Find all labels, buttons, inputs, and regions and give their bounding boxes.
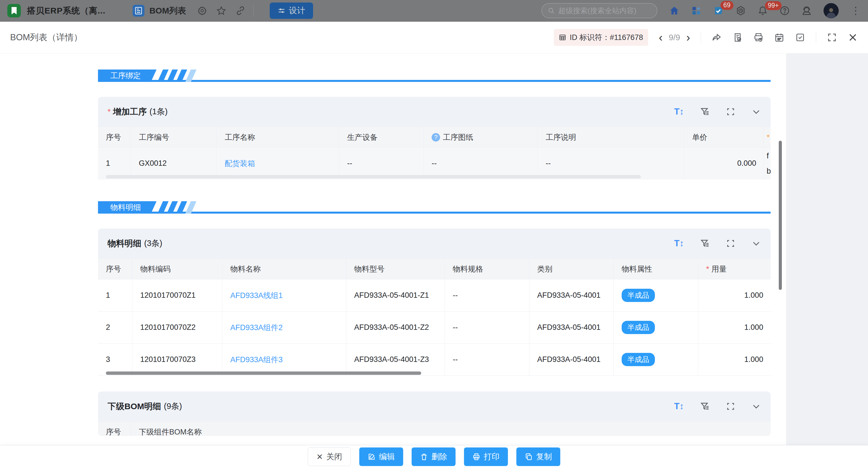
detail-body: 工序绑定 * 增加工序 (1条) T↕ xyxy=(0,54,868,468)
process-banner-label: 工序绑定 xyxy=(98,69,157,82)
global-search[interactable] xyxy=(541,3,657,18)
delete-button[interactable]: 删除 xyxy=(412,447,456,466)
banner-stripe xyxy=(167,69,178,82)
filter-icon[interactable] xyxy=(700,402,710,411)
process-table: 序号 工序编号 工序名称 生产设备 ? 工序图纸 工序说明 单价 * 1 GX0… xyxy=(98,127,771,179)
process-panel: * 增加工序 (1条) T↕ 序号 工序 xyxy=(98,97,771,183)
copy-button[interactable]: 复制 xyxy=(516,447,560,466)
edit-button[interactable]: 编辑 xyxy=(359,447,403,466)
text-size-icon[interactable]: T↕ xyxy=(674,238,684,248)
cell-model: AFD933A-05-4001-Z3 xyxy=(346,344,445,376)
log-shield-icon[interactable] xyxy=(733,32,743,42)
printer-icon xyxy=(472,453,480,461)
material-name-link[interactable]: AFD933A线组1 xyxy=(230,291,283,301)
design-label: 设计 xyxy=(289,5,305,16)
print-button[interactable]: 打印 xyxy=(464,447,508,466)
expand-icon[interactable] xyxy=(726,402,735,411)
chevron-down-icon[interactable] xyxy=(751,239,761,248)
cell-attr: 半成品 xyxy=(614,279,698,311)
design-button[interactable]: 设计 xyxy=(270,3,313,19)
col-header: 物料型号 xyxy=(346,259,445,279)
close-button[interactable]: ✕ 关闭 xyxy=(308,447,351,466)
next-record-icon[interactable]: › xyxy=(686,32,690,43)
app-logo[interactable] xyxy=(7,4,21,18)
action-bar: ✕ 关闭 编辑 删除 打印 复制 xyxy=(0,445,868,468)
horizontal-scrollbar[interactable] xyxy=(106,175,641,178)
edit-icon xyxy=(368,453,376,461)
record-pager: ‹ 9/9 › xyxy=(659,32,690,43)
expand-icon[interactable] xyxy=(726,239,735,248)
process-name-link[interactable]: 配货装箱 xyxy=(225,159,255,169)
star-icon[interactable] xyxy=(217,6,226,15)
fullscreen-icon[interactable] xyxy=(827,32,837,42)
expand-icon[interactable] xyxy=(726,107,735,116)
vertical-scrollbar[interactable] xyxy=(779,141,782,290)
banner-stripe xyxy=(157,69,168,82)
cell-seq: 2 xyxy=(98,311,132,344)
col-header: 下级组件BOM名称 xyxy=(131,422,771,436)
gear-icon[interactable] xyxy=(197,6,207,15)
apps-grid-icon[interactable] xyxy=(691,6,701,16)
required-mark: * xyxy=(107,107,111,116)
col-header: 物料名称 xyxy=(222,259,346,279)
truncated-text: f xyxy=(767,148,771,164)
divider xyxy=(816,32,816,43)
calendar-icon[interactable] xyxy=(774,32,784,42)
bookmark-icon xyxy=(11,7,17,14)
material-name-link[interactable]: AFD933A组件2 xyxy=(230,323,283,333)
close-icon[interactable] xyxy=(848,32,858,42)
col-header-qty: *用量 xyxy=(698,259,771,279)
cell-material-code: 12010170070Z3 xyxy=(132,344,222,376)
cell-category: AFD933A-05-4001 xyxy=(529,279,614,311)
cell-category: AFD933A-05-4001 xyxy=(529,344,614,376)
filter-icon[interactable] xyxy=(700,239,710,248)
tab-bom-list[interactable]: BOM列表 xyxy=(133,5,186,16)
chevron-down-icon[interactable] xyxy=(751,107,761,116)
sub-bom-panel: 下级BOM明细 (9条) T↕ 序号 下级组件BOM名称 xyxy=(98,392,771,436)
cell-material-code: 12010170070Z1 xyxy=(132,279,222,311)
banner-underline xyxy=(98,212,771,213)
link-icon[interactable] xyxy=(236,6,245,15)
text-size-icon[interactable]: T↕ xyxy=(674,401,684,411)
cell-truncated: fb xyxy=(764,148,771,179)
attr-badge: 半成品 xyxy=(622,353,655,366)
sub-bom-table: 序号 下级组件BOM名称 xyxy=(98,421,771,436)
user-avatar[interactable] xyxy=(824,3,839,18)
cell-desc: -- xyxy=(538,148,684,179)
cell-qty: 1.000 xyxy=(698,279,771,311)
record-id-badge[interactable]: ID 标识符：#1167678 xyxy=(554,29,648,46)
home-icon[interactable] xyxy=(669,6,679,16)
text-size-icon[interactable]: T↕ xyxy=(674,107,684,117)
material-table: 序号 物料编码 物料名称 物料型号 物料规格 类别 物料属性 *用量 1 120… xyxy=(98,258,771,376)
share-icon[interactable] xyxy=(712,32,722,42)
material-name-link[interactable]: AFD933A组件3 xyxy=(230,355,283,365)
banner-stripe xyxy=(167,201,178,213)
chevron-down-icon[interactable] xyxy=(751,402,761,411)
process-panel-header: * 增加工序 (1条) T↕ xyxy=(98,97,771,127)
prev-record-icon[interactable]: ‹ xyxy=(659,32,662,43)
notifications-bell-icon[interactable]: 99+ xyxy=(757,6,768,16)
cell-category: AFD933A-05-4001 xyxy=(529,311,614,344)
support-headset-icon[interactable] xyxy=(802,6,812,16)
tasks-icon[interactable]: 69 xyxy=(713,5,724,16)
cell-seq: 1 xyxy=(98,148,131,179)
page-background xyxy=(786,54,868,446)
approval-hexagon-icon[interactable] xyxy=(736,6,746,16)
col-header: 工序名称 xyxy=(217,127,339,148)
table-icon xyxy=(559,34,566,41)
help-tooltip-icon[interactable]: ? xyxy=(432,133,440,141)
cell-drawing: -- xyxy=(424,148,538,179)
col-header-label: 用量 xyxy=(711,264,727,274)
top-app-bar: 搭贝ERP系统（离... BOM列表 设计 xyxy=(0,0,868,22)
filter-icon[interactable] xyxy=(700,107,710,116)
col-header-truncated: * xyxy=(764,127,771,148)
tab-label: BOM列表 xyxy=(150,5,186,16)
print-history-icon[interactable] xyxy=(753,32,764,42)
search-input[interactable] xyxy=(558,6,648,15)
horizontal-scrollbar[interactable] xyxy=(106,371,421,375)
trash-icon xyxy=(420,453,428,461)
more-menu-icon[interactable]: ⋮ xyxy=(850,8,861,14)
print-label: 打印 xyxy=(484,452,499,462)
cell-price: 0.000 xyxy=(684,148,764,179)
task-check-icon[interactable] xyxy=(795,32,805,42)
